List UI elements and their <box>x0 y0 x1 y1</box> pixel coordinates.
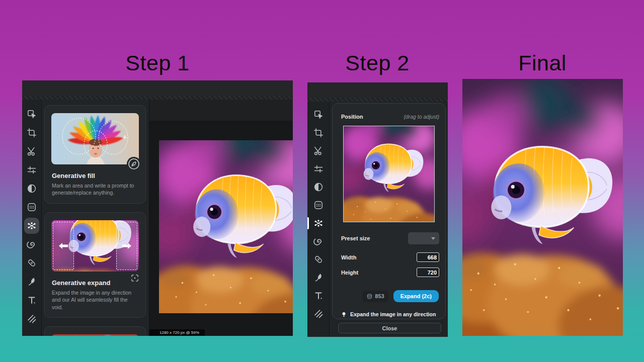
caret-down-icon <box>431 237 435 240</box>
generative-expand-thumbnail <box>51 220 139 272</box>
adjust-sliders-icon <box>27 165 37 175</box>
tip: Expand the image in any direction and ou… <box>341 311 440 319</box>
close-button[interactable]: Close <box>338 323 441 333</box>
step2-heading: Step 2 <box>345 51 409 75</box>
lightbulb-icon <box>341 311 347 318</box>
width-label: Width <box>341 254 356 260</box>
tool-liquify[interactable] <box>22 235 41 253</box>
scissors-icon <box>27 146 37 156</box>
contrast-icon <box>27 184 37 194</box>
expand-button[interactable]: Expand (2c) <box>393 290 439 302</box>
tool-cut[interactable] <box>22 142 41 160</box>
crop-icon <box>313 128 324 138</box>
step2-header: Generative expand × <box>307 82 448 98</box>
tool-liquify[interactable] <box>307 232 329 250</box>
height-input[interactable] <box>417 267 439 277</box>
text-tool-icon <box>313 291 324 301</box>
ai-tools-icon <box>313 218 324 228</box>
pointer-select-icon <box>27 109 37 119</box>
generative-fill-thumbnail <box>51 113 139 164</box>
canvas-status-bar: 644 x 362 px @ 59% <box>149 329 205 336</box>
expand-corners-icon <box>131 274 139 282</box>
preset-size-label: Preset size <box>341 235 370 241</box>
editor-canvas[interactable]: 644 x 362 px @ 59% <box>149 100 293 336</box>
text-tool-icon <box>27 295 37 305</box>
tool-text[interactable] <box>22 291 41 309</box>
liquify-spiral-icon <box>27 239 37 249</box>
card-title: Generative fill <box>52 172 138 179</box>
position-label: Position <box>341 114 363 120</box>
expand-left-region <box>53 222 74 270</box>
tool-text[interactable] <box>307 287 329 305</box>
tool-contrast[interactable] <box>22 179 41 198</box>
width-input[interactable] <box>417 252 439 262</box>
credits-value: 853 <box>375 293 384 299</box>
position-hint: (drag to adjust) <box>404 114 439 120</box>
tool-draw[interactable] <box>22 272 41 291</box>
preset-size-dropdown[interactable] <box>408 232 439 244</box>
tip-line-2: and our AI will seamlessly fill the <box>350 319 436 319</box>
adjust-sliders-icon <box>313 164 324 174</box>
tool-draw[interactable] <box>307 268 329 287</box>
step2-toolbar <box>307 102 330 337</box>
expand-right-region <box>116 222 137 270</box>
generative-expand-settings: Position (drag to adjust) Preset size Wi… <box>332 103 446 319</box>
step2-editor-window: Generative expand × Position (drag to ad… <box>307 82 448 337</box>
coins-icon <box>366 293 373 300</box>
next-tool-card[interactable] <box>44 326 146 336</box>
liquify-spiral-icon <box>313 236 324 246</box>
tool-filter[interactable] <box>22 198 41 216</box>
filter-icon <box>27 202 37 212</box>
right-arrow-icon <box>121 242 133 249</box>
generative-expand-panel: Position (drag to adjust) Preset size Wi… <box>330 102 448 337</box>
ai-tools-icon <box>27 221 37 231</box>
filter-icon <box>313 200 324 210</box>
canvas-top-strip <box>149 100 293 121</box>
feather-icon <box>128 158 140 170</box>
ai-tools-panel: Generative fill Mark an area and write a… <box>42 100 149 336</box>
tool-retouch[interactable] <box>307 250 329 268</box>
tool-contrast[interactable] <box>307 178 329 196</box>
step1-toolbar <box>22 100 42 336</box>
tool-filter[interactable] <box>307 196 329 214</box>
scissors-icon <box>313 146 324 156</box>
tool-fill[interactable] <box>307 305 329 323</box>
tool-adjust[interactable] <box>22 160 41 179</box>
tool-pointer-select[interactable] <box>22 105 41 123</box>
canvas-image <box>159 140 293 313</box>
credits-badge: 853 <box>362 291 388 302</box>
tool-crop[interactable] <box>22 123 41 142</box>
card-description: Mark an area and write a prompt to gener… <box>52 182 138 197</box>
tool-retouch[interactable] <box>22 253 41 272</box>
tool-cut[interactable] <box>307 142 329 160</box>
fill-hatch-icon <box>313 309 324 319</box>
left-arrow-icon <box>57 242 69 249</box>
tool-ai-tools[interactable] <box>307 214 329 232</box>
fill-hatch-icon <box>27 314 37 324</box>
generative-expand-card[interactable]: Generative expand Expand the image in an… <box>44 212 146 318</box>
step1-editor-window: AI Tools × Generative <box>22 80 293 336</box>
bandage-icon <box>313 254 324 264</box>
position-preview[interactable] <box>343 126 435 222</box>
brush-icon <box>313 273 324 283</box>
tool-fill[interactable] <box>22 309 41 328</box>
step1-heading: Step 1 <box>125 51 189 75</box>
crop-icon <box>27 128 37 138</box>
generative-fill-card[interactable]: Generative fill Mark an area and write a… <box>44 105 146 204</box>
tip-line-1: Expand the image in any direction <box>350 311 436 319</box>
card-description: Expand the image in any direction and ou… <box>52 289 138 311</box>
expand-corner-badge <box>131 274 139 282</box>
tool-crop[interactable] <box>307 124 329 142</box>
contrast-icon <box>313 182 324 192</box>
tool-pointer-select[interactable] <box>307 106 329 124</box>
brush-icon <box>27 277 37 287</box>
height-label: Height <box>341 269 358 276</box>
next-tool-thumbnail <box>51 334 139 336</box>
tool-adjust[interactable] <box>307 160 329 178</box>
feather-badge <box>127 157 141 171</box>
final-heading: Final <box>518 51 567 75</box>
pointer-select-icon <box>313 110 324 120</box>
final-image <box>462 79 623 336</box>
tool-ai-tools[interactable] <box>22 216 41 235</box>
card-title: Generative expand <box>52 279 138 287</box>
